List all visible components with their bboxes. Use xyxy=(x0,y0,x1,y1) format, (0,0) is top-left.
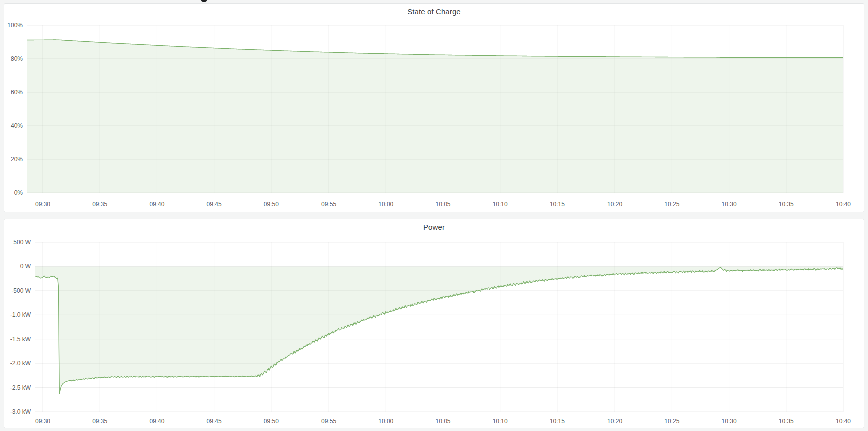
x-tick-label: 09:50 xyxy=(264,418,279,425)
y-tick-label: -500 W xyxy=(11,287,31,294)
series-fill xyxy=(27,40,843,193)
x-tick-label: 09:30 xyxy=(35,201,50,208)
x-tick-label: 10:40 xyxy=(836,418,851,425)
x-tick-label: 10:20 xyxy=(607,201,622,208)
x-tick-label: 09:30 xyxy=(35,418,50,425)
x-tick-label: 10:30 xyxy=(722,418,737,425)
x-tick-label: 09:55 xyxy=(321,201,336,208)
x-tick-label: 09:45 xyxy=(207,201,222,208)
panel-power: Power 500 W0 W-500 W-1.0 kW-1.5 kW-2.0 k… xyxy=(4,219,864,428)
y-tick-label: -1.0 kW xyxy=(10,311,31,318)
y-tick-label: 60% xyxy=(11,89,23,96)
state-of-charge-chart[interactable]: 100%80%60%40%20%0%09:3009:3509:4009:4509… xyxy=(4,4,864,212)
power-chart[interactable]: 500 W0 W-500 W-1.0 kW-1.5 kW-2.0 kW-2.5 … xyxy=(4,219,864,428)
x-tick-label: 09:45 xyxy=(207,418,222,425)
x-tick-label: 10:30 xyxy=(722,201,737,208)
x-tick-label: 10:15 xyxy=(550,418,565,425)
panel-state-of-charge: State of Charge 100%80%60%40%20%0%09:300… xyxy=(4,3,864,212)
y-tick-label: 0 W xyxy=(20,263,31,270)
x-tick-label: 10:35 xyxy=(779,418,794,425)
x-tick-label: 09:35 xyxy=(92,418,107,425)
y-tick-label: 20% xyxy=(11,156,23,163)
x-tick-label: 10:20 xyxy=(607,418,622,425)
y-tick-label: 500 W xyxy=(13,239,31,246)
screen-edge-artifact xyxy=(201,0,207,2)
x-tick-label: 10:35 xyxy=(779,201,794,208)
x-tick-label: 10:25 xyxy=(664,418,679,425)
x-tick-label: 10:40 xyxy=(836,201,851,208)
x-tick-label: 10:05 xyxy=(435,201,450,208)
x-tick-label: 10:15 xyxy=(550,201,565,208)
y-tick-label: -1.5 kW xyxy=(10,336,31,343)
x-tick-label: 10:00 xyxy=(378,418,393,425)
y-tick-label: -2.5 kW xyxy=(10,384,31,391)
series-fill xyxy=(35,266,843,394)
x-tick-label: 09:55 xyxy=(321,418,336,425)
y-tick-label: 80% xyxy=(11,55,23,62)
y-tick-label: -2.0 kW xyxy=(10,360,31,367)
x-tick-label: 09:50 xyxy=(264,201,279,208)
y-tick-label: 0% xyxy=(14,189,23,196)
x-tick-label: 10:05 xyxy=(435,418,450,425)
x-tick-label: 10:25 xyxy=(664,201,679,208)
x-tick-label: 10:10 xyxy=(493,418,508,425)
dashboard: State of Charge 100%80%60%40%20%0%09:300… xyxy=(0,0,868,431)
y-tick-label: 40% xyxy=(11,122,23,129)
x-tick-label: 10:00 xyxy=(378,201,393,208)
x-tick-label: 09:40 xyxy=(149,201,164,208)
x-tick-label: 10:10 xyxy=(493,201,508,208)
y-tick-label: 100% xyxy=(7,22,23,29)
y-tick-label: -3.0 kW xyxy=(10,408,31,415)
x-tick-label: 09:40 xyxy=(149,418,164,425)
x-tick-label: 09:35 xyxy=(92,201,107,208)
